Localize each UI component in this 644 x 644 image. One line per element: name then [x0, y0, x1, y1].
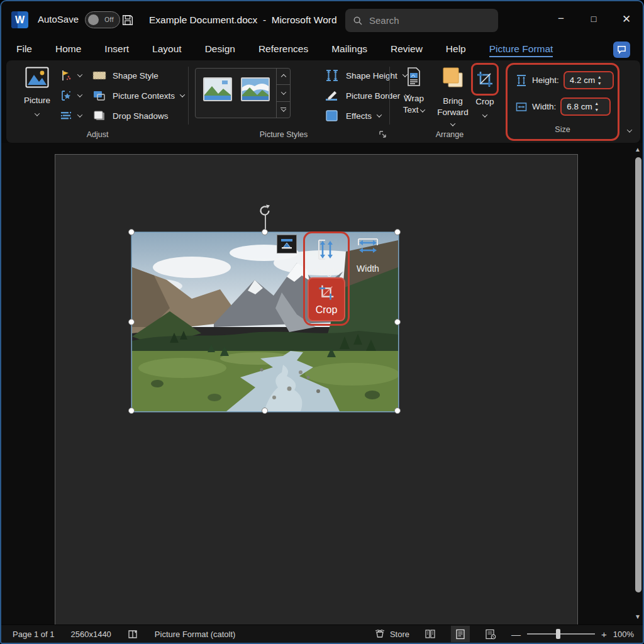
- vertical-scrollbar[interactable]: ▲ ▼: [632, 145, 644, 625]
- picture-contexts-button[interactable]: Picture Contexts: [92, 86, 184, 106]
- close-button[interactable]: ✕: [610, 5, 643, 33]
- rotate-handle[interactable]: [257, 203, 272, 218]
- shape-style-button[interactable]: Shape Style: [92, 65, 184, 86]
- resize-handle-w[interactable]: [128, 319, 135, 325]
- crop-icon: [475, 69, 495, 89]
- style-thumbnail-2[interactable]: [241, 77, 270, 101]
- floating-width-button[interactable]: Width: [350, 236, 386, 274]
- height-input[interactable]: [565, 75, 597, 85]
- read-mode-button[interactable]: [421, 626, 440, 642]
- minimize-button[interactable]: −: [545, 5, 577, 33]
- layout-options-button[interactable]: [277, 235, 297, 253]
- tab-home[interactable]: Home: [55, 43, 81, 57]
- resize-handle-n[interactable]: [262, 229, 268, 235]
- zoom-slider[interactable]: [527, 629, 595, 639]
- width-row: Width: ▲▼: [515, 97, 611, 116]
- comments-button[interactable]: [613, 42, 630, 58]
- floating-crop-button[interactable]: Crop: [308, 277, 345, 321]
- shape-style-label: Shape Style: [113, 71, 158, 80]
- height-spinner[interactable]: ▲▼: [597, 75, 602, 86]
- spin-down-icon[interactable]: ▼: [594, 108, 599, 112]
- spin-up-icon[interactable]: ▲: [594, 101, 599, 106]
- tab-help[interactable]: Help: [446, 43, 466, 57]
- maximize-button[interactable]: □: [577, 5, 610, 33]
- style-thumbnail-1[interactable]: [203, 77, 232, 101]
- proofing-icon[interactable]: [128, 629, 138, 640]
- scroll-down-icon[interactable]: ▼: [635, 613, 641, 620]
- gallery-more-button[interactable]: [277, 102, 290, 118]
- shape-style-icon: [92, 70, 107, 81]
- drop-shadows-label: Drop Shadows: [113, 111, 169, 121]
- crop-button-label-wrap[interactable]: Crop: [467, 97, 502, 119]
- read-mode-icon: [425, 629, 436, 639]
- size-group-label: Size: [508, 125, 618, 134]
- transparency-button[interactable]: [59, 106, 82, 126]
- picture-styles-dialog-launcher[interactable]: [379, 130, 387, 138]
- autosave-label: AutoSave: [38, 14, 79, 25]
- sparkle-frame-icon: [59, 89, 73, 103]
- wrap-text-button[interactable]: Wrap Text: [396, 67, 431, 116]
- wrap-text-icon: [406, 67, 422, 87]
- tab-file[interactable]: File: [16, 43, 32, 57]
- search-box[interactable]: [345, 9, 498, 32]
- tab-mailings[interactable]: Mailings: [331, 43, 367, 57]
- bring-forward-icon: [441, 67, 465, 89]
- resize-handle-nw[interactable]: [128, 229, 135, 235]
- height-row: Height: ▲▼: [515, 71, 614, 89]
- zoom-level[interactable]: 100%: [613, 630, 634, 639]
- store-button[interactable]: Store: [374, 629, 409, 639]
- effects-label: Effects: [346, 111, 372, 121]
- spin-down-icon[interactable]: ▼: [597, 81, 602, 86]
- picture-border-label: Picture Border: [346, 91, 400, 101]
- page-indicator[interactable]: Page 1 of 1: [13, 630, 55, 639]
- picture-border-icon: [324, 89, 340, 103]
- zoom-slider-thumb[interactable]: [556, 629, 560, 639]
- tab-layout[interactable]: Layout: [152, 43, 182, 57]
- tab-design[interactable]: Design: [205, 43, 235, 57]
- artistic-effects-button[interactable]: [59, 86, 82, 106]
- resize-handle-ne[interactable]: [394, 229, 401, 235]
- ribbon: Picture Shape Style: [6, 60, 640, 143]
- print-layout-button[interactable]: [451, 626, 470, 642]
- color-tool-button[interactable]: [59, 65, 82, 86]
- resize-handle-sw[interactable]: [128, 408, 135, 414]
- chevron-down-icon: [77, 72, 82, 77]
- autosave-toggle[interactable]: Off: [85, 11, 120, 28]
- drop-shadows-button[interactable]: Drop Shadows: [92, 106, 184, 126]
- collapse-ribbon-button[interactable]: [628, 124, 631, 135]
- width-input[interactable]: [562, 102, 594, 111]
- print-layout-icon: [455, 629, 465, 640]
- floating-height-button[interactable]: Height: [305, 238, 348, 277]
- web-layout-button[interactable]: [481, 626, 500, 642]
- wrap-text-label-2: Text: [403, 105, 419, 114]
- zoom-slider-track: [527, 633, 595, 635]
- wrap-text-label-1: Wrap: [396, 93, 431, 104]
- scrollbar-thumb[interactable]: [635, 157, 641, 592]
- resize-handle-s[interactable]: [262, 408, 268, 414]
- resize-handle-e[interactable]: [394, 319, 401, 325]
- gallery-scroll-up-button[interactable]: [277, 69, 290, 85]
- chevron-down-icon: [180, 92, 185, 97]
- picture-button-label: Picture: [18, 96, 57, 105]
- chevron-down-icon: [377, 112, 382, 117]
- zoom-in-button[interactable]: +: [601, 629, 607, 640]
- arrange-group-label: Arrange: [393, 130, 506, 139]
- gallery-scroll-down-button[interactable]: [277, 85, 290, 101]
- search-input[interactable]: [369, 15, 482, 26]
- tab-references[interactable]: References: [258, 43, 308, 57]
- floating-height-label: Height: [305, 267, 348, 277]
- crop-button-highlight[interactable]: [471, 63, 499, 96]
- width-spinner[interactable]: ▲▼: [594, 101, 599, 112]
- scroll-up-icon[interactable]: ▲: [635, 146, 641, 153]
- zoom-out-button[interactable]: —: [511, 629, 521, 640]
- picture-styles-gallery[interactable]: [195, 68, 291, 118]
- resize-handle-se[interactable]: [394, 408, 401, 414]
- save-icon[interactable]: [121, 13, 135, 27]
- insert-picture-button[interactable]: Picture: [18, 67, 57, 130]
- tab-review[interactable]: Review: [391, 43, 423, 57]
- bring-forward-button[interactable]: Bring Forward: [435, 67, 470, 130]
- tab-picture-format[interactable]: Picture Format: [489, 43, 553, 57]
- tab-insert[interactable]: Insert: [104, 43, 129, 57]
- spin-up-icon[interactable]: ▲: [597, 75, 602, 79]
- height-input-highlight: ▲▼: [564, 71, 614, 89]
